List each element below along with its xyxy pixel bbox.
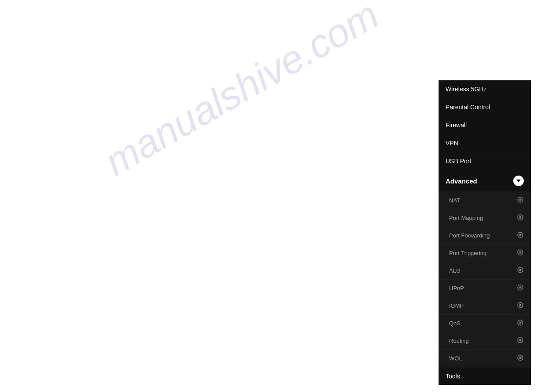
submenu-label: Port Triggering (449, 250, 486, 256)
gear-icon (517, 337, 524, 345)
svg-point-7 (519, 252, 522, 254)
gear-icon (517, 302, 524, 310)
arrow-down-shape (516, 180, 521, 182)
gear-icon (517, 354, 524, 363)
gear-icon (517, 231, 524, 240)
svg-point-3 (519, 216, 522, 219)
sidebar-item-label: Parental Control (446, 104, 524, 111)
sidebar-item-wol[interactable]: WOL (439, 350, 531, 367)
gear-icon (517, 266, 524, 275)
sidebar-item-port-triggering[interactable]: Port Triggering (439, 245, 531, 262)
tools-label: Tools (446, 373, 524, 380)
sidebar-item-qos[interactable]: QoS (439, 315, 531, 332)
sidebar-item-upnp[interactable]: UPnP (439, 280, 531, 297)
sidebar-item-parental-control[interactable]: Parental Control (439, 98, 531, 116)
svg-point-13 (519, 304, 522, 306)
submenu-label: NAT (449, 197, 460, 204)
gear-icon (517, 214, 524, 222)
submenu-label: UPnP (449, 285, 464, 291)
sidebar-item-usb-port[interactable]: USB Port (439, 152, 531, 170)
sidebar-item-alg[interactable]: ALG (439, 262, 531, 280)
submenu-label: Routing (449, 338, 469, 344)
sidebar-item-label: USB Port (446, 158, 524, 165)
sidebar-item-port-forwarding[interactable]: Port Forwarding (439, 227, 531, 245)
gear-icon (517, 284, 524, 292)
sidebar-item-igmp[interactable]: IGMP (439, 297, 531, 315)
submenu-label: QoS (449, 320, 461, 327)
submenu-label: ALG (449, 267, 461, 274)
gear-icon (517, 196, 524, 205)
sidebar-item-label: VPN (446, 140, 524, 147)
svg-point-15 (519, 322, 522, 324)
submenu-label: Port Mapping (449, 215, 483, 221)
submenu-label: WOL (449, 355, 462, 362)
watermark: manualshive.com (97, 0, 386, 185)
svg-point-19 (519, 357, 522, 359)
sidebar-item-advanced[interactable]: Advanced (439, 170, 531, 192)
sidebar-item-tools[interactable]: Tools (439, 367, 531, 385)
svg-point-17 (519, 339, 522, 342)
sidebar-item-routing[interactable]: Routing (439, 332, 531, 350)
chevron-down-icon (513, 176, 524, 186)
svg-point-11 (519, 287, 522, 289)
sidebar-item-nat[interactable]: NAT (439, 192, 531, 209)
submenu-label: Port Forwarding (449, 232, 490, 239)
sidebar-item-port-mapping[interactable]: Port Mapping (439, 209, 531, 227)
svg-point-1 (519, 199, 522, 201)
sidebar: Wireless 5GHz Parental Control Firewall … (439, 80, 531, 385)
svg-point-5 (519, 234, 522, 236)
sidebar-item-wireless-5ghz[interactable]: Wireless 5GHz (439, 80, 531, 98)
submenu-label: IGMP (449, 302, 464, 309)
gear-icon (517, 249, 524, 257)
svg-point-9 (519, 269, 522, 271)
gear-icon (517, 319, 524, 327)
sidebar-item-firewall[interactable]: Firewall (439, 116, 531, 134)
advanced-label: Advanced (446, 177, 513, 185)
sidebar-item-vpn[interactable]: VPN (439, 134, 531, 152)
sidebar-item-label: Firewall (446, 122, 524, 129)
sidebar-item-label: Wireless 5GHz (446, 86, 524, 93)
